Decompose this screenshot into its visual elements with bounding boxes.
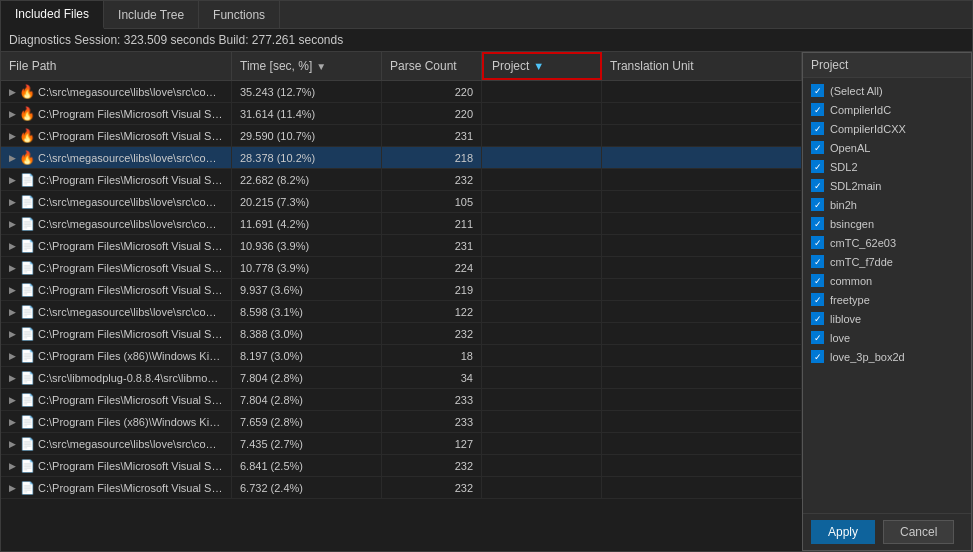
- dropdown-item[interactable]: love: [803, 328, 971, 347]
- table-row[interactable]: ▶📄C:\Program Files (x86)\Windows Kits\10…: [1, 411, 802, 433]
- dropdown-item[interactable]: OpenAL: [803, 138, 971, 157]
- expand-arrow-icon[interactable]: ▶: [9, 285, 16, 295]
- tab-functions[interactable]: Functions: [199, 1, 280, 28]
- dropdown-item[interactable]: bin2h: [803, 195, 971, 214]
- expand-arrow-icon[interactable]: ▶: [9, 153, 16, 163]
- checkbox-icon[interactable]: [811, 141, 824, 154]
- expand-arrow-icon[interactable]: ▶: [9, 483, 16, 493]
- table-row[interactable]: ▶📄C:\src\megasource\libs\love\src\common…: [1, 213, 802, 235]
- file-icon: 📄: [20, 173, 34, 187]
- table-row[interactable]: ▶🔥C:\src\megasource\libs\love\src\common…: [1, 81, 802, 103]
- translation-unit-cell: [602, 81, 802, 102]
- checkbox-icon[interactable]: [811, 312, 824, 325]
- checkbox-icon[interactable]: [811, 103, 824, 116]
- table-row[interactable]: ▶📄C:\Program Files (x86)\Windows Kits\10…: [1, 345, 802, 367]
- checkbox-icon[interactable]: [811, 160, 824, 173]
- fire-icon: 🔥: [20, 129, 34, 143]
- checkbox-icon[interactable]: [811, 350, 824, 363]
- project-cell: [482, 235, 602, 256]
- table-row[interactable]: ▶📄C:\Program Files\Microsoft Visual Stud…: [1, 455, 802, 477]
- dropdown-item[interactable]: liblove: [803, 309, 971, 328]
- table-row[interactable]: ▶🔥C:\Program Files\Microsoft Visual Stud…: [1, 125, 802, 147]
- expand-arrow-icon[interactable]: ▶: [9, 131, 16, 141]
- project-cell: [482, 455, 602, 476]
- dropdown-item-label: bsincgen: [830, 218, 874, 230]
- checkbox-icon[interactable]: [811, 198, 824, 211]
- dropdown-item[interactable]: bsincgen: [803, 214, 971, 233]
- dropdown-item[interactable]: SDL2main: [803, 176, 971, 195]
- expand-arrow-icon[interactable]: ▶: [9, 329, 16, 339]
- checkbox-icon[interactable]: [811, 274, 824, 287]
- dropdown-item-label: common: [830, 275, 872, 287]
- table-row[interactable]: ▶📄C:\src\megasource\libs\love\src\common…: [1, 301, 802, 323]
- dropdown-item[interactable]: cmTC_f7dde: [803, 252, 971, 271]
- expand-arrow-icon[interactable]: ▶: [9, 175, 16, 185]
- expand-arrow-icon[interactable]: ▶: [9, 263, 16, 273]
- col-header-translation-unit: Translation Unit: [602, 52, 802, 80]
- dropdown-item[interactable]: SDL2: [803, 157, 971, 176]
- expand-arrow-icon[interactable]: ▶: [9, 241, 16, 251]
- table-row[interactable]: ▶📄C:\Program Files\Microsoft Visual Stud…: [1, 169, 802, 191]
- expand-arrow-icon[interactable]: ▶: [9, 197, 16, 207]
- table-row[interactable]: ▶🔥C:\Program Files\Microsoft Visual Stud…: [1, 103, 802, 125]
- table-row[interactable]: ▶📄C:\Program Files\Microsoft Visual Stud…: [1, 323, 802, 345]
- time-cell: 10.936 (3.9%): [232, 235, 382, 256]
- apply-button[interactable]: Apply: [811, 520, 875, 544]
- dropdown-item[interactable]: (Select All): [803, 81, 971, 100]
- expand-arrow-icon[interactable]: ▶: [9, 87, 16, 97]
- checkbox-icon[interactable]: [811, 179, 824, 192]
- dropdown-item[interactable]: CompilerIdCXX: [803, 119, 971, 138]
- main-window: Included Files Include Tree Functions Di…: [0, 0, 973, 552]
- table-row[interactable]: ▶📄C:\Program Files\Microsoft Visual Stud…: [1, 477, 802, 499]
- fire-icon: 🔥: [20, 107, 34, 121]
- table-header: File Path Time [sec, %] ▼ Parse Count Pr…: [1, 52, 802, 81]
- dropdown-item[interactable]: common: [803, 271, 971, 290]
- expand-arrow-icon[interactable]: ▶: [9, 461, 16, 471]
- time-cell: 31.614 (11.4%): [232, 103, 382, 124]
- checkbox-icon[interactable]: [811, 331, 824, 344]
- dropdown-item[interactable]: cmTC_62e03: [803, 233, 971, 252]
- table-body[interactable]: ▶🔥C:\src\megasource\libs\love\src\common…: [1, 81, 802, 551]
- col-header-time[interactable]: Time [sec, %] ▼: [232, 52, 382, 80]
- project-cell: [482, 81, 602, 102]
- parse-count-cell: 233: [382, 389, 482, 410]
- checkbox-icon[interactable]: [811, 217, 824, 230]
- tab-included-files[interactable]: Included Files: [1, 1, 104, 29]
- checkbox-icon[interactable]: [811, 255, 824, 268]
- dropdown-item[interactable]: CompilerIdC: [803, 100, 971, 119]
- expand-arrow-icon[interactable]: ▶: [9, 109, 16, 119]
- checkbox-icon[interactable]: [811, 293, 824, 306]
- expand-arrow-icon[interactable]: ▶: [9, 395, 16, 405]
- table-row[interactable]: ▶🔥C:\src\megasource\libs\love\src\common…: [1, 147, 802, 169]
- parse-count-cell: 218: [382, 147, 482, 168]
- dropdown-item[interactable]: freetype: [803, 290, 971, 309]
- table-row[interactable]: ▶📄C:\src\megasource\libs\love\src\common…: [1, 433, 802, 455]
- file-path-text: C:\src\megasource\libs\love\src\common\O…: [38, 152, 223, 164]
- cancel-button[interactable]: Cancel: [883, 520, 954, 544]
- project-cell: [482, 213, 602, 234]
- translation-unit-cell: [602, 103, 802, 124]
- checkbox-icon[interactable]: [811, 122, 824, 135]
- expand-arrow-icon[interactable]: ▶: [9, 373, 16, 383]
- translation-unit-cell: [602, 367, 802, 388]
- table-row[interactable]: ▶📄C:\src\megasource\libs\love\src\common…: [1, 191, 802, 213]
- checkbox-icon[interactable]: [811, 84, 824, 97]
- table-row[interactable]: ▶📄C:\Program Files\Microsoft Visual Stud…: [1, 257, 802, 279]
- expand-arrow-icon[interactable]: ▶: [9, 307, 16, 317]
- checkbox-icon[interactable]: [811, 236, 824, 249]
- expand-arrow-icon[interactable]: ▶: [9, 439, 16, 449]
- col-header-project[interactable]: Project ▼: [482, 52, 602, 80]
- expand-arrow-icon[interactable]: ▶: [9, 219, 16, 229]
- file-path-cell: ▶🔥C:\src\megasource\libs\love\src\common…: [1, 81, 232, 102]
- parse-count-cell: 220: [382, 81, 482, 102]
- tab-include-tree[interactable]: Include Tree: [104, 1, 199, 28]
- table-row[interactable]: ▶📄C:\Program Files\Microsoft Visual Stud…: [1, 389, 802, 411]
- expand-arrow-icon[interactable]: ▶: [9, 417, 16, 427]
- expand-arrow-icon[interactable]: ▶: [9, 351, 16, 361]
- project-cell: [482, 345, 602, 366]
- table-row[interactable]: ▶📄C:\Program Files\Microsoft Visual Stud…: [1, 279, 802, 301]
- dropdown-item[interactable]: love_3p_box2d: [803, 347, 971, 366]
- file-path-cell: ▶📄C:\Program Files\Microsoft Visual Stud…: [1, 235, 232, 256]
- table-row[interactable]: ▶📄C:\src\libmodplug-0.8.8.4\src\libmodpl…: [1, 367, 802, 389]
- table-row[interactable]: ▶📄C:\Program Files\Microsoft Visual Stud…: [1, 235, 802, 257]
